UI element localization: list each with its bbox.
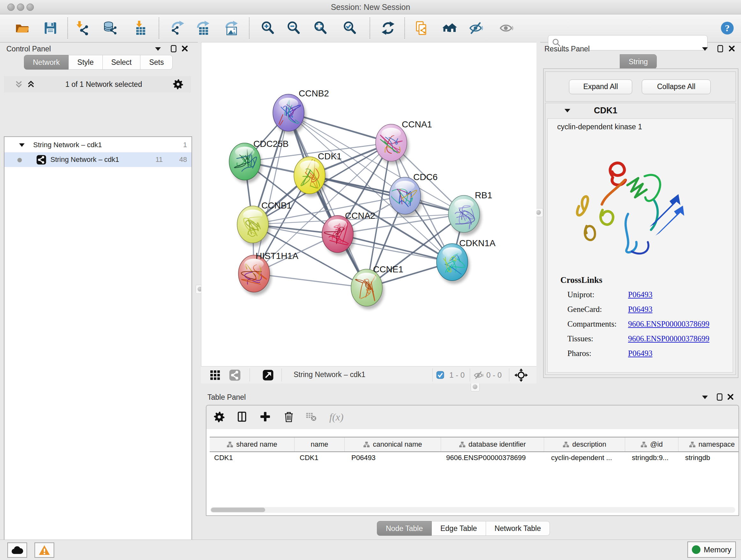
table-row[interactable]: CDK1CDK1P064939606.ENSP00000378699cyclin… (210, 451, 739, 464)
zoom-fit-button[interactable] (313, 21, 328, 36)
table-header-row[interactable]: shared namenamecanonical namedatabase id… (210, 437, 739, 452)
network-view-title: String Network – cdk1 (293, 370, 365, 379)
crosslink-link[interactable]: 9606.ENSP00000378699 (628, 317, 710, 331)
table-cell[interactable]: cyclin-dependent ... (544, 451, 625, 464)
import-database-button[interactable] (104, 21, 118, 36)
selected-checkbox-icon[interactable] (436, 371, 444, 379)
table-horizontal-scrollbar[interactable] (210, 507, 735, 513)
column-header-description[interactable]: description (544, 437, 625, 451)
show-all-button[interactable] (499, 21, 514, 36)
zoom-selected-icon (342, 21, 357, 36)
expand-all-chevron-icon[interactable] (27, 80, 35, 88)
tab-node-table[interactable]: Node Table (377, 521, 432, 536)
tab-sets[interactable]: Sets (140, 55, 173, 70)
crosslink-link[interactable]: P06493 (628, 287, 652, 302)
network-canvas[interactable]: CCNB2 CCNA1 CDC25B CDK1 CDC6 RB1 (201, 42, 536, 367)
svg-text:f(x): f(x) (329, 411, 343, 423)
refresh-button[interactable] (381, 21, 395, 36)
table-cell[interactable]: 9606.ENSP00000378699 (441, 451, 544, 464)
hide-selected-button[interactable] (469, 21, 483, 36)
column-header-database-identifier[interactable]: database identifier (441, 437, 544, 451)
network-edge[interactable] (310, 175, 464, 214)
export-network-button[interactable] (170, 21, 185, 36)
add-column-button[interactable] (259, 411, 271, 422)
table-panel-close-icon[interactable] (728, 394, 733, 400)
tab-network[interactable]: Network (24, 55, 69, 70)
network-node-CDC25B[interactable]: CDC25B (229, 139, 288, 183)
table-cell[interactable]: CDK1 (294, 451, 345, 464)
crosslinks-heading: CrossLinks (560, 275, 603, 285)
open-session-button[interactable] (15, 21, 30, 36)
fit-selected-crosshair-icon[interactable] (515, 368, 528, 382)
zoom-in-button[interactable] (260, 21, 275, 36)
network-options-gear-icon[interactable] (172, 78, 184, 90)
crosslink-link[interactable]: 9606.ENSP00000378699 (628, 331, 710, 346)
network-node-CCNB2[interactable]: CCNB2 (273, 88, 329, 134)
tab-edge-table[interactable]: Edge Table (432, 521, 486, 536)
memory-button[interactable]: Memory (687, 542, 736, 558)
control-panel-close-icon[interactable] (182, 46, 188, 51)
warning-button[interactable] (35, 543, 54, 558)
help-button[interactable]: ? (720, 21, 735, 36)
grid-view-icon[interactable] (209, 369, 221, 381)
expand-all-button[interactable]: Expand All (569, 79, 632, 94)
tab-style[interactable]: Style (69, 55, 103, 70)
scrollbar-thumb[interactable] (211, 508, 265, 512)
network-tree-root-row[interactable]: String Network – cdk1 1 (4, 138, 192, 152)
crosslink-link[interactable]: P06493 (628, 302, 652, 317)
column-header-shared-name[interactable]: shared name (210, 437, 294, 451)
crosslink-row: Tissues:9606.ENSP00000378699 (548, 331, 733, 346)
export-image-button[interactable] (224, 21, 239, 36)
table-panel-float-icon[interactable] (717, 393, 723, 401)
collapse-all-button[interactable]: Collapse All (642, 79, 711, 94)
network-tree-selected-row[interactable]: String Network – cdk1 11 48 (4, 152, 192, 167)
first-neighbors-icon (443, 21, 457, 36)
import-network-button[interactable] (76, 21, 90, 36)
tab-select[interactable]: Select (103, 55, 141, 70)
node-label: CDC6 (413, 172, 437, 182)
columns-button[interactable] (236, 411, 248, 423)
column-header-namespace[interactable]: namespace (678, 437, 739, 451)
results-panel-menu-icon[interactable] (702, 47, 708, 51)
birds-eye-view-icon[interactable] (262, 369, 274, 381)
delete-table-button (306, 411, 317, 422)
save-session-button[interactable] (43, 21, 58, 36)
control-panel-float-icon[interactable] (171, 45, 177, 52)
collapse-all-chevron-icon[interactable] (15, 80, 23, 88)
crosslink-link[interactable]: P06493 (628, 346, 652, 361)
protein-collapse-icon[interactable] (564, 109, 570, 112)
results-panel-tabs: String (620, 54, 657, 69)
zoom-selected-button[interactable] (342, 21, 357, 36)
results-panel-float-icon[interactable] (718, 45, 723, 52)
network-node-CCNA1[interactable]: CCNA1 (376, 119, 432, 165)
table-cell[interactable]: P06493 (345, 451, 441, 464)
import-table-button[interactable] (132, 21, 146, 36)
network-node-CCNB1[interactable]: CCNB1 (237, 200, 292, 246)
column-header-@id[interactable]: @id (625, 437, 678, 451)
network-edge[interactable] (288, 113, 367, 288)
table-panel-menu-icon[interactable] (702, 395, 708, 399)
delete-button[interactable] (283, 411, 295, 423)
zoom-out-button[interactable] (286, 21, 301, 36)
tree-expand-icon[interactable] (19, 143, 24, 147)
tab-network-table[interactable]: Network Table (486, 521, 550, 536)
string-style-icon[interactable] (229, 369, 241, 381)
column-header-canonical-name[interactable]: canonical name (345, 437, 441, 451)
network-edge[interactable] (254, 113, 288, 273)
tab-string[interactable]: String (620, 54, 657, 69)
control-panel-menu-icon[interactable] (155, 47, 161, 51)
export-table-button[interactable] (195, 21, 210, 36)
network-node-CDKN1A[interactable]: CDKN1A (436, 238, 495, 284)
cloud-button[interactable] (7, 543, 27, 558)
duplicate-network-button[interactable] (414, 21, 429, 36)
gear-button[interactable] (213, 411, 225, 423)
column-header-name[interactable]: name (294, 437, 345, 451)
save-icon (43, 21, 58, 36)
network-node-HIST1H1A[interactable]: HIST1H1A (239, 251, 298, 295)
first-neighbors-button[interactable] (443, 21, 457, 36)
table-cell[interactable]: stringdb:9... (625, 451, 678, 464)
table-cell[interactable]: stringdb (678, 451, 739, 464)
table-cell[interactable]: CDK1 (210, 451, 294, 464)
network-node-RB1[interactable]: RB1 (448, 190, 492, 236)
results-panel-close-icon[interactable] (729, 46, 735, 51)
